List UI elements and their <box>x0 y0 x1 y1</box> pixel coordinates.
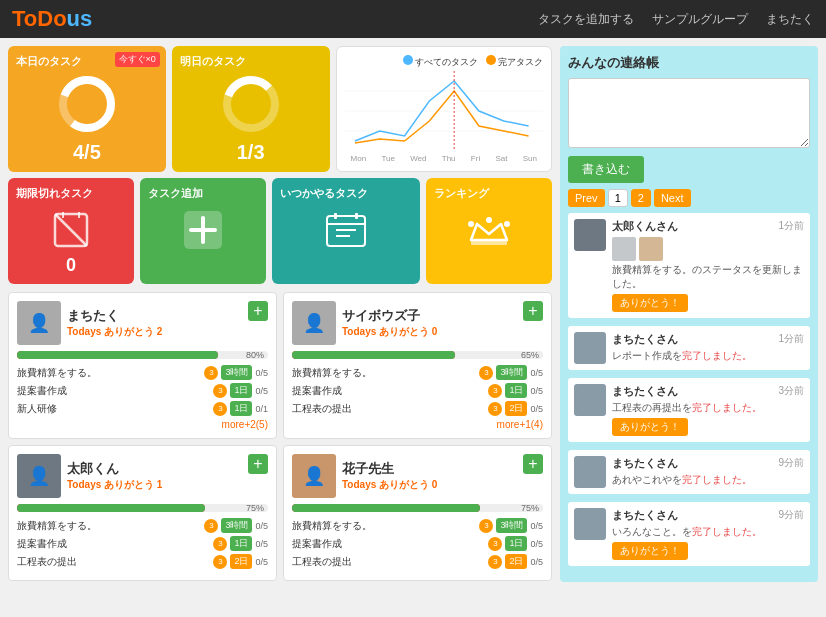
card-name-3: 花子先生 <box>342 460 517 478</box>
someday-tile[interactable]: いつかやるタスク <box>272 178 420 284</box>
user-cards: 👤 まちたく Todays ありがとう 2 + 80% <box>8 292 552 581</box>
feed-time-3: 9分前 <box>778 456 804 470</box>
feed-avatar-3 <box>574 456 606 488</box>
next-button[interactable]: Next <box>654 189 691 207</box>
ranking-tile[interactable]: ランキング <box>426 178 552 284</box>
feed-time-4: 9分前 <box>778 508 804 522</box>
card-name-2: 太郎くん <box>67 460 242 478</box>
tomorrow-task-tile[interactable]: 明日のタスク 1/3 <box>172 46 330 172</box>
feed-content-3: まちたくさん 9分前 あれやこれやを完了しました。 <box>612 456 804 488</box>
more-link-0[interactable]: more+2(5) <box>17 419 268 430</box>
logo: ToDous <box>12 6 92 32</box>
avatar-2: 👤 <box>17 454 61 498</box>
card-add-btn-0[interactable]: + <box>248 301 268 321</box>
feed-item-1: まちたくさん 1分前 レポート作成を完了しました。 <box>568 326 810 370</box>
feed-content-2: まちたくさん 3分前 工程表の再提出を完了しました。 ありがとう！ <box>612 384 804 436</box>
header-nav: タスクを追加する サンプルグループ まちたく <box>538 11 814 28</box>
user-card-0: 👤 まちたく Todays ありがとう 2 + 80% <box>8 292 277 439</box>
card-add-btn-1[interactable]: + <box>523 301 543 321</box>
user-card-3: 👤 花子先生 Todays ありがとう 0 + 75% <box>283 445 552 581</box>
more-link-1[interactable]: more+1(4) <box>292 419 543 430</box>
card-todays-3: Todays ありがとう 0 <box>342 478 517 492</box>
legend-all: すべてのタスク <box>403 55 478 69</box>
feed-avatar-2 <box>574 384 606 416</box>
someday-icon <box>280 205 412 255</box>
legend-done: 完アタスク <box>486 55 543 69</box>
task-row-0-2: 新人研修 3 1日 0/1 <box>17 401 268 416</box>
arigato-btn-0[interactable]: ありがとう！ <box>612 294 688 312</box>
left-col: 本日のタスク 今すぐ×0 4/5 明日のタスク <box>8 46 552 582</box>
progress-pct-0: 80% <box>246 350 264 360</box>
avatar-1: 👤 <box>292 301 336 345</box>
feed-name-3: まちたくさん <box>612 457 678 469</box>
progress-pct-2: 75% <box>246 503 264 513</box>
overdue-tile[interactable]: 期限切れタスク 0 <box>8 178 134 284</box>
progress-pct-3: 75% <box>521 503 539 513</box>
second-tiles: 期限切れタスク 0 タスク追加 <box>8 178 552 284</box>
arigato-btn-2[interactable]: ありがとう！ <box>612 418 688 436</box>
task-row-1-2: 工程表の提出 3 2日 0/5 <box>292 401 543 416</box>
feed-time-0: 1分前 <box>778 219 804 233</box>
feed-text-3: あれやこれやを完了しました。 <box>612 473 804 487</box>
ranking-icon <box>434 205 544 255</box>
card-todays-2: Todays ありがとう 1 <box>67 478 242 492</box>
arigato-btn-4[interactable]: ありがとう！ <box>612 542 688 560</box>
user-card-2: 👤 太郎くん Todays ありがとう 1 + 75% <box>8 445 277 581</box>
svg-line-9 <box>55 214 87 246</box>
avatar-3: 👤 <box>292 454 336 498</box>
feed-content-0: 太郎くんさん 1分前 旅費精算をする。のステータスを更新しました。 ありがとう！ <box>612 219 804 312</box>
feed-content-4: まちたくさん 9分前 いろんなこと。を完了しました。 ありがとう！ <box>612 508 804 560</box>
feed-content-1: まちたくさん 1分前 レポート作成を完了しました。 <box>612 332 804 364</box>
main-wrapper: 本日のタスク 今すぐ×0 4/5 明日のタスク <box>0 38 826 590</box>
overdue-title: 期限切れタスク <box>16 186 126 201</box>
add-task-tile[interactable]: タスク追加 <box>140 178 266 284</box>
prev-button[interactable]: Prev <box>568 189 605 207</box>
svg-rect-19 <box>334 213 337 219</box>
ranking-title: ランキング <box>434 186 544 201</box>
task-row-0-0: 旅費精算をする。 3 3時間 0/5 <box>17 365 268 380</box>
task-row-3-0: 旅費精算をする。 3 3時間 0/5 <box>292 518 543 533</box>
avatar-0: 👤 <box>17 301 61 345</box>
progress-pct-1: 65% <box>521 350 539 360</box>
page-2[interactable]: 2 <box>631 189 651 207</box>
feed-text-1: レポート作成を完了しました。 <box>612 349 804 363</box>
nav-sample-group[interactable]: サンプルグループ <box>652 11 748 28</box>
panel-title: みんなの連絡帳 <box>568 54 810 72</box>
add-task-icon <box>148 205 258 255</box>
card-name-1: サイボウズ子 <box>342 307 517 325</box>
progress-bar-0: 80% <box>17 351 268 359</box>
feed-name-0: 太郎くんさん <box>612 220 678 232</box>
nav-add-task[interactable]: タスクを追加する <box>538 11 634 28</box>
task-row-0-1: 提案書作成 3 1日 0/5 <box>17 383 268 398</box>
feed-avatar-0 <box>574 219 606 251</box>
today-task-count: 4/5 <box>73 141 101 164</box>
feed-name-2: まちたくさん <box>612 385 678 397</box>
nav-user-menu[interactable]: まちたく <box>766 11 814 28</box>
task-row-2-1: 提案書作成 3 1日 0/5 <box>17 536 268 551</box>
header: ToDous タスクを追加する サンプルグループ まちたく <box>0 0 826 38</box>
card-todays-0: Todays ありがとう 2 <box>67 325 242 339</box>
note-textarea[interactable] <box>568 78 810 148</box>
card-name-0: まちたく <box>67 307 242 325</box>
card-add-btn-2[interactable]: + <box>248 454 268 474</box>
feed-text-0: 旅費精算をする。のステータスを更新しました。 <box>612 263 804 291</box>
chart-legend: すべてのタスク 完アタスク <box>345 55 543 69</box>
feed-avatar-1 <box>574 332 606 364</box>
task-row-3-1: 提案書作成 3 1日 0/5 <box>292 536 543 551</box>
progress-bar-1: 65% <box>292 351 543 359</box>
overdue-icon <box>16 205 126 255</box>
today-task-tile[interactable]: 本日のタスク 今すぐ×0 4/5 <box>8 46 166 172</box>
page-1[interactable]: 1 <box>608 189 628 207</box>
top-tiles: 本日のタスク 今すぐ×0 4/5 明日のタスク <box>8 46 552 172</box>
feed-avatar-4 <box>574 508 606 540</box>
svg-rect-20 <box>355 213 358 219</box>
task-row-2-0: 旅費精算をする。 3 3時間 0/5 <box>17 518 268 533</box>
card-add-btn-3[interactable]: + <box>523 454 543 474</box>
add-task-title: タスク追加 <box>148 186 258 201</box>
right-col: みんなの連絡帳 書き込む Prev 1 2 Next 太郎くんさん 1分前 <box>560 46 818 582</box>
feed-item-2: まちたくさん 3分前 工程表の再提出を完了しました。 ありがとう！ <box>568 378 810 442</box>
overdue-count: 0 <box>16 255 126 276</box>
feed-text-4: いろんなこと。を完了しました。 <box>612 525 804 539</box>
user-card-1: 👤 サイボウズ子 Todays ありがとう 0 + 65% <box>283 292 552 439</box>
write-button[interactable]: 書き込む <box>568 156 644 183</box>
